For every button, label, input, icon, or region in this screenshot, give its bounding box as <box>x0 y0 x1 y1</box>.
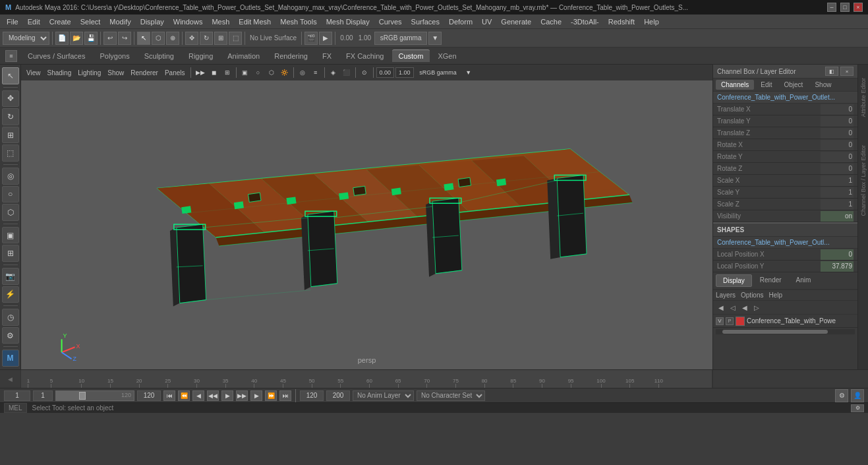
show-tab[interactable]: Show <box>809 80 836 90</box>
object-tab[interactable]: Object <box>779 80 809 90</box>
vp-grid-btn[interactable]: ⊞ <box>221 67 233 78</box>
transform-lt-button[interactable]: ⬚ <box>2 144 19 162</box>
display-tab-render[interactable]: Render <box>753 274 788 287</box>
next-frame-btn[interactable]: ▶ <box>250 390 262 401</box>
show-menu[interactable]: Show <box>105 69 127 77</box>
grid-button[interactable]: ⊞ <box>2 245 19 262</box>
vp-gamma-btn[interactable]: sRGB gamma <box>415 67 461 78</box>
tab-menu-button[interactable]: ≡ <box>5 50 17 62</box>
menu-item-modify[interactable]: Modify <box>105 16 134 27</box>
move-lt-button[interactable]: ✥ <box>2 90 19 108</box>
close-button[interactable]: × <box>854 3 863 12</box>
vp-smooth-btn[interactable]: ○ <box>252 67 264 78</box>
camera-button[interactable]: 📷 <box>2 268 19 285</box>
tab-curves--surfaces[interactable]: Curves / Surfaces <box>21 50 92 62</box>
redo-button[interactable]: ↪ <box>118 32 131 45</box>
menu-item-display[interactable]: Display <box>136 16 168 27</box>
shapes-channel-value[interactable] <box>821 249 854 260</box>
layer-menu-options[interactable]: Options <box>741 292 763 299</box>
workspace-selector[interactable]: Modeling <box>3 32 49 45</box>
rotate-tool-button[interactable]: ↻ <box>200 32 213 45</box>
channel-value-input[interactable] <box>821 152 854 162</box>
tab-rendering[interactable]: Rendering <box>268 50 314 62</box>
tab-animation[interactable]: Animation <box>221 50 266 62</box>
frame-max-field[interactable] <box>300 390 324 401</box>
play-fwd2-btn[interactable]: ▶▶ <box>236 390 248 401</box>
select-tool-lt-button[interactable]: ↖ <box>2 67 19 84</box>
bc-icon1[interactable]: ⚙ <box>835 389 848 402</box>
shading-menu[interactable]: Shading <box>45 69 74 77</box>
open-file-button[interactable]: 📂 <box>70 32 83 45</box>
play-fwd-btn[interactable]: ▶ <box>221 390 233 401</box>
frame-end-field[interactable] <box>137 390 161 401</box>
render-settings-button[interactable]: 🎬 <box>304 32 318 45</box>
menu-item-surfaces[interactable]: Surfaces <box>407 16 444 27</box>
renderer-menu[interactable]: Renderer <box>128 69 161 77</box>
channel-value-input[interactable] <box>821 116 854 127</box>
anim-layer-select[interactable]: No Anim Layer <box>353 390 414 401</box>
scale-tool-button[interactable]: ⊞ <box>214 32 227 45</box>
vp-ao-btn[interactable]: ≡ <box>310 67 322 78</box>
layer-menu-help[interactable]: Help <box>768 292 782 299</box>
tab-fx[interactable]: FX <box>316 50 338 62</box>
menu-item-uv[interactable]: UV <box>478 16 496 27</box>
undo-button[interactable]: ↩ <box>103 32 117 45</box>
3d-scene[interactable]: X Y Z persp <box>21 80 712 369</box>
menu-item-mesh-display[interactable]: Mesh Display <box>322 16 374 27</box>
frame-max2-field[interactable] <box>326 390 350 401</box>
channel-value-input[interactable] <box>821 104 854 115</box>
paint-button[interactable]: ⬡ <box>2 204 19 221</box>
frame-slider[interactable]: 120 <box>55 390 134 401</box>
menu-item-file[interactable]: File <box>3 16 22 27</box>
edit-tab[interactable]: Edit <box>755 80 777 90</box>
goto-end-btn[interactable]: ⏭ <box>279 390 291 401</box>
prev-frame-btn[interactable]: ◀ <box>192 390 204 401</box>
layer-new-btn[interactable]: ◀ <box>716 302 726 313</box>
step-fwd-btn[interactable]: ⏩ <box>265 390 277 401</box>
layer-scrollbar-thumb[interactable] <box>722 330 828 334</box>
maya-logo-button[interactable]: M <box>2 350 19 367</box>
soft-select-button[interactable]: ○ <box>2 186 19 203</box>
vp-back-btn[interactable]: ⬛ <box>341 67 353 78</box>
frame-current-field[interactable] <box>33 390 53 401</box>
menu-item-generate[interactable]: Generate <box>497 16 535 27</box>
transform-tool-button[interactable]: ⬚ <box>229 32 242 45</box>
menu-item-create[interactable]: Create <box>45 16 75 27</box>
vp-light-btn[interactable]: 🔆 <box>279 67 291 78</box>
view-menu[interactable]: View <box>24 69 43 77</box>
vp-camera-btn[interactable]: ▶▶ <box>194 67 207 78</box>
tab-rigging[interactable]: Rigging <box>182 50 219 62</box>
vp-gamma-arrow[interactable]: ▼ <box>463 67 475 78</box>
panels-menu[interactable]: Panels <box>162 69 188 77</box>
minimize-button[interactable]: – <box>827 3 836 12</box>
menu-item-curves[interactable]: Curves <box>375 16 406 27</box>
goto-start-btn[interactable]: ⏮ <box>163 390 175 401</box>
snap-lt-button[interactable]: ◎ <box>2 168 19 185</box>
menu-item-cache[interactable]: Cache <box>536 16 565 27</box>
menu-item-help[interactable]: Help <box>640 16 663 27</box>
rotate-lt-button[interactable]: ↻ <box>2 108 19 125</box>
tab-custom[interactable]: Custom <box>392 49 430 62</box>
lasso-select-button[interactable]: ⬡ <box>152 32 165 45</box>
channel-value-input[interactable] <box>821 199 854 210</box>
vp-shadow-btn[interactable]: ◎ <box>297 67 308 78</box>
attribute-editor-strip[interactable]: Attribute Editor Channel Box / Layer Edi… <box>857 65 868 369</box>
layer-color-swatch[interactable] <box>736 317 745 326</box>
menu-item-deform[interactable]: Deform <box>445 16 477 27</box>
channel-value-input[interactable] <box>821 140 854 150</box>
tab-fx-caching[interactable]: FX Caching <box>339 50 390 62</box>
menu-item-redshift[interactable]: Redshift <box>604 16 639 27</box>
lighting-menu[interactable]: Lighting <box>75 69 103 77</box>
vp-film-btn[interactable]: ◼ <box>208 67 220 78</box>
channel-value-input[interactable] <box>821 164 854 174</box>
scale-lt-button[interactable]: ⊞ <box>2 127 19 144</box>
tab-polygons[interactable]: Polygons <box>93 50 136 62</box>
menu-item-edit-mesh[interactable]: Edit Mesh <box>235 16 275 27</box>
step-back-btn[interactable]: ⏪ <box>178 390 190 401</box>
history-button[interactable]: ◷ <box>2 309 19 326</box>
char-set-select[interactable]: No Character Set <box>417 390 485 401</box>
new-file-button[interactable]: 📄 <box>55 32 69 45</box>
light-button[interactable]: ⚡ <box>2 286 19 303</box>
gamma-selector[interactable]: sRGB gamma <box>374 32 427 45</box>
menu-item-mesh-tools[interactable]: Mesh Tools <box>276 16 320 27</box>
